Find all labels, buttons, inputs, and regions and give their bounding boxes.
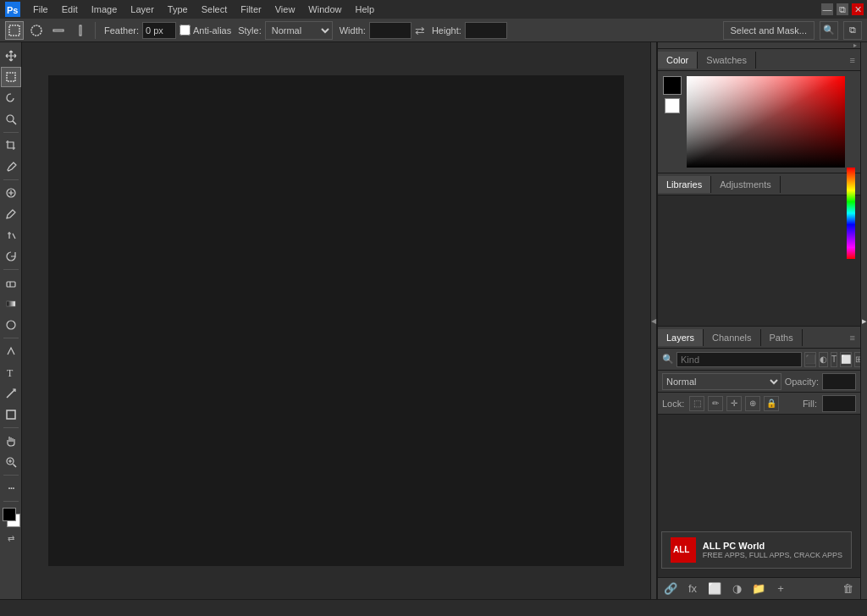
marquee-col-option[interactable] bbox=[71, 21, 90, 40]
right-collapse-handle[interactable]: ▸ bbox=[860, 42, 867, 599]
menu-filter[interactable]: Filter bbox=[235, 3, 267, 16]
libraries-content bbox=[658, 195, 860, 326]
delete-layer-btn[interactable]: 🗑 bbox=[840, 581, 855, 597]
paths-tab[interactable]: Paths bbox=[761, 329, 803, 346]
quick-select-tool[interactable] bbox=[1, 109, 21, 129]
libraries-tab[interactable]: Libraries bbox=[658, 176, 711, 193]
lasso-tool[interactable] bbox=[1, 88, 21, 108]
menu-help[interactable]: Help bbox=[349, 3, 380, 16]
filter-adjust-btn[interactable]: ◐ bbox=[819, 352, 828, 367]
menu-image[interactable]: Image bbox=[86, 3, 124, 16]
more-tools-btn[interactable]: ··· bbox=[1, 478, 21, 498]
width-label: Width: bbox=[340, 25, 366, 36]
marquee-rect-option[interactable] bbox=[5, 21, 24, 40]
collapse-panel-handle[interactable]: ◀ bbox=[650, 42, 657, 599]
fill-input[interactable] bbox=[822, 395, 856, 412]
channels-tab[interactable]: Channels bbox=[704, 329, 760, 346]
svg-rect-2 bbox=[9, 25, 19, 36]
marquee-circle-option[interactable] bbox=[27, 21, 46, 40]
crop-tool[interactable] bbox=[1, 135, 21, 156]
move-tool[interactable] bbox=[1, 46, 21, 66]
color-tab[interactable]: Color bbox=[658, 52, 698, 69]
height-label: Height: bbox=[432, 25, 461, 36]
toolbar: T ··· ⇄ bbox=[0, 42, 22, 599]
swatches-tab[interactable]: Swatches bbox=[698, 52, 756, 69]
filter-type-btn[interactable]: T bbox=[831, 352, 837, 367]
fill-label: Fill: bbox=[803, 399, 817, 409]
feather-label: Feather: bbox=[104, 25, 139, 36]
close-btn[interactable]: ✕ bbox=[852, 3, 864, 15]
search-button[interactable]: 🔍 bbox=[820, 21, 838, 40]
svg-point-12 bbox=[7, 321, 15, 329]
opacity-input[interactable] bbox=[822, 373, 856, 390]
feather-input[interactable] bbox=[142, 22, 176, 39]
gradient-tool[interactable] bbox=[1, 294, 21, 314]
svg-text:ALL: ALL bbox=[673, 545, 689, 554]
clone-stamp-tool[interactable] bbox=[1, 225, 21, 245]
dodge-tool[interactable] bbox=[1, 315, 21, 335]
menu-window[interactable]: Window bbox=[302, 3, 347, 16]
shape-tool[interactable] bbox=[1, 404, 21, 425]
bg-swatch[interactable] bbox=[665, 98, 680, 113]
history-brush-tool[interactable] bbox=[1, 246, 21, 267]
type-tool[interactable]: T bbox=[1, 362, 21, 382]
menu-file[interactable]: File bbox=[27, 3, 54, 16]
tool-sep-2 bbox=[3, 179, 19, 180]
marquee-row-option[interactable] bbox=[49, 21, 68, 40]
watermark-title: ALL PC World bbox=[703, 541, 842, 551]
menu-edit[interactable]: Edit bbox=[56, 3, 84, 16]
layers-panel: Layers Channels Paths ≡ 🔍 ⬛ ◐ T ⬜ ⊞ ● No… bbox=[658, 327, 860, 599]
color-panel-menu[interactable]: ≡ bbox=[845, 52, 860, 69]
layers-tab[interactable]: Layers bbox=[658, 329, 704, 346]
canvas-area bbox=[22, 42, 650, 599]
fg-swatch[interactable] bbox=[663, 76, 682, 95]
filter-shape-btn[interactable]: ⬜ bbox=[840, 352, 852, 367]
width-input[interactable] bbox=[369, 22, 411, 39]
workspace-button[interactable]: ⧉ bbox=[843, 21, 862, 40]
lock-position-btn[interactable]: ✛ bbox=[726, 396, 742, 411]
new-layer-btn[interactable]: + bbox=[773, 581, 788, 597]
minimize-btn[interactable]: — bbox=[821, 3, 833, 15]
options-sep-1 bbox=[95, 22, 96, 39]
new-group-btn[interactable]: 📁 bbox=[751, 581, 766, 597]
lock-transparent-btn[interactable]: ⬚ bbox=[689, 396, 704, 411]
foreground-color[interactable] bbox=[3, 508, 16, 521]
swap-colors-btn[interactable]: ⇄ bbox=[8, 534, 14, 543]
brush-tool[interactable] bbox=[1, 204, 21, 224]
layer-style-btn[interactable]: fx bbox=[685, 581, 700, 597]
filter-pixel-btn[interactable]: ⬛ bbox=[804, 352, 816, 367]
layers-kind-filter[interactable] bbox=[676, 352, 802, 367]
menu-layer[interactable]: Layer bbox=[124, 3, 160, 16]
swap-dimensions-icon[interactable]: ⇄ bbox=[415, 24, 425, 37]
select-mask-button[interactable]: Select and Mask... bbox=[723, 21, 815, 40]
lock-artboard-btn[interactable]: ⊕ bbox=[745, 396, 760, 411]
path-select-tool[interactable] bbox=[1, 383, 21, 404]
color-spectrum[interactable] bbox=[687, 76, 855, 168]
svg-rect-4 bbox=[53, 30, 64, 31]
restore-btn[interactable]: ⧉ bbox=[837, 3, 848, 15]
eyedropper-tool[interactable] bbox=[1, 157, 21, 177]
zoom-tool[interactable] bbox=[1, 452, 21, 472]
adjustment-layer-btn[interactable]: ◑ bbox=[729, 581, 744, 597]
hand-tool[interactable] bbox=[1, 431, 21, 451]
heal-tool[interactable] bbox=[1, 183, 21, 203]
lock-pixels-btn[interactable]: ✏ bbox=[708, 396, 723, 411]
rectangular-marquee-tool[interactable] bbox=[1, 67, 21, 87]
menu-type[interactable]: Type bbox=[162, 3, 194, 16]
anti-alias-checkbox[interactable] bbox=[179, 25, 191, 36]
layers-panel-menu[interactable]: ≡ bbox=[845, 329, 860, 346]
lock-all-btn[interactable]: 🔒 bbox=[764, 396, 779, 411]
style-select[interactable]: Normal bbox=[265, 21, 333, 40]
layer-mask-btn[interactable]: ⬜ bbox=[707, 581, 722, 597]
spectrum-picker[interactable] bbox=[847, 168, 855, 259]
pen-tool[interactable] bbox=[1, 341, 21, 361]
eraser-tool[interactable] bbox=[1, 272, 21, 293]
menu-select[interactable]: Select bbox=[196, 3, 234, 16]
menu-view[interactable]: View bbox=[269, 3, 301, 16]
adjustments-tab[interactable]: Adjustments bbox=[711, 176, 781, 193]
filter-smart-btn[interactable]: ⊞ bbox=[854, 352, 860, 367]
height-input[interactable] bbox=[465, 22, 507, 39]
options-bar: Feather: Anti-alias Style: Normal Width:… bbox=[0, 19, 867, 42]
blend-mode-select[interactable]: Normal bbox=[662, 373, 781, 390]
link-layers-btn[interactable]: 🔗 bbox=[663, 581, 678, 597]
